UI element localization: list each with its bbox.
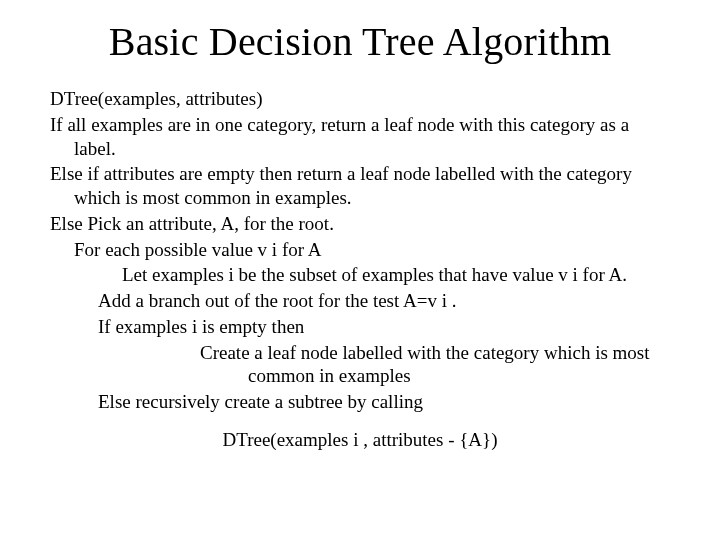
line-else-recurse: Else recursively create a subtree by cal… — [50, 390, 670, 414]
line-for-each: For each possible value v i for A — [50, 238, 670, 262]
line-signature: DTree(examples, attributes) — [50, 87, 670, 111]
line-else-pick: Else Pick an attribute, A, for the root. — [50, 212, 670, 236]
line-let-subset: Let examples i be the subset of examples… — [50, 263, 670, 287]
line-if-empty: If examples i is empty then — [50, 315, 670, 339]
line-elseif-empty-attrs: Else if attributes are empty then return… — [50, 162, 670, 210]
algorithm-body: DTree(examples, attributes) If all examp… — [50, 87, 670, 452]
line-recursive-call: DTree(examples i , attributes - {A}) — [50, 428, 670, 452]
line-create-leaf: Create a leaf node labelled with the cat… — [50, 341, 670, 389]
slide: Basic Decision Tree Algorithm DTree(exam… — [0, 0, 720, 540]
line-add-branch: Add a branch out of the root for the tes… — [50, 289, 670, 313]
line-if-one-category: If all examples are in one category, ret… — [50, 113, 670, 161]
slide-title: Basic Decision Tree Algorithm — [50, 18, 670, 65]
